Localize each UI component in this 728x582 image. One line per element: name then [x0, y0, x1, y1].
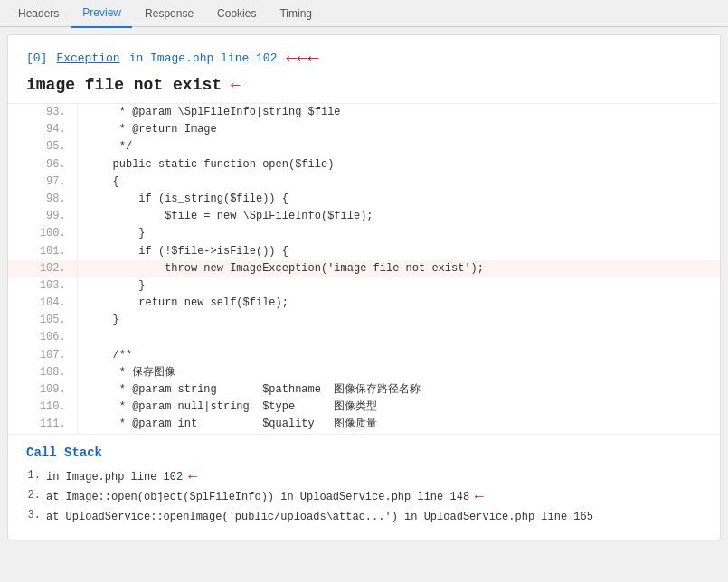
table-row: 102. throw new ImageException('image fil…	[8, 260, 720, 277]
line-number: 99.	[8, 208, 77, 225]
tab-headers[interactable]: Headers	[7, 0, 70, 27]
callstack-item-number: 1.	[26, 469, 41, 482]
callstack-item-text: in Image.php line 102	[46, 469, 183, 485]
line-code: * @param int $quality 图像质量	[77, 416, 720, 433]
tab-response[interactable]: Response	[134, 0, 204, 27]
table-row: 109. * @param string $pathname 图像保存路径名称	[8, 381, 720, 399]
exception-location: in Image.php line 102	[129, 52, 278, 65]
exception-message-text: image file not exist	[26, 76, 222, 94]
line-code: if (!$file->isFile()) {	[77, 243, 720, 260]
tab-timing[interactable]: Timing	[269, 0, 323, 27]
callstack-item-number: 2.	[26, 489, 41, 502]
line-code: }	[77, 312, 720, 329]
line-code: return new self($file);	[77, 295, 720, 312]
line-number: 105.	[8, 312, 77, 329]
line-code: /**	[77, 347, 720, 364]
line-code: }	[77, 225, 720, 242]
list-item: 3.at UploadService::openImage('public/up…	[26, 509, 702, 525]
table-row: 96. public static function open($file)	[8, 156, 720, 174]
line-number: 97.	[8, 174, 77, 191]
arrow-left-icon: ←	[231, 76, 241, 94]
table-row: 110. * @param null|string $type 图像类型	[8, 399, 720, 416]
line-number: 107.	[8, 347, 77, 364]
line-code	[77, 329, 720, 346]
table-row: 111. * @param int $quality 图像质量	[8, 416, 720, 433]
line-number: 109.	[8, 381, 77, 399]
list-item: 1.in Image.php line 102←	[26, 469, 702, 485]
line-code: public static function open($file)	[77, 156, 720, 174]
table-row: 108. * 保存图像	[8, 364, 720, 381]
callstack-title: Call Stack	[26, 446, 702, 460]
table-row: 106.	[8, 329, 720, 346]
line-code: */	[77, 138, 720, 155]
line-number: 108.	[8, 364, 77, 381]
callstack-section: Call Stack 1.in Image.php line 102←2.at …	[8, 435, 720, 540]
line-number: 106.	[8, 329, 77, 346]
line-number: 103.	[8, 277, 77, 295]
table-row: 97. {	[8, 174, 720, 191]
exception-type: Exception	[56, 52, 119, 65]
list-item: 2.at Image::open(object(SplFileInfo)) in…	[26, 489, 702, 505]
table-row: 95. */	[8, 138, 720, 155]
line-code: * @param null|string $type 图像类型	[77, 399, 720, 416]
line-number: 94.	[8, 121, 77, 138]
exception-title-line: [0] Exception in Image.php line 102 ←←←	[26, 48, 702, 69]
table-row: 107. /**	[8, 347, 720, 364]
line-number: 100.	[8, 225, 77, 242]
table-row: 93. * @param \SplFileInfo|string $file	[8, 104, 720, 121]
callstack-list: 1.in Image.php line 102←2.at Image::open…	[26, 469, 702, 525]
callstack-item-text: at UploadService::openImage('public/uplo…	[46, 509, 593, 525]
table-row: 101. if (!$file->isFile()) {	[8, 243, 720, 260]
arrow-icon: ←	[475, 489, 484, 505]
line-code: if (is_string($file)) {	[77, 191, 720, 208]
arrow-icon: ←	[188, 469, 197, 485]
main-panel: [0] Exception in Image.php line 102 ←←← …	[7, 34, 721, 540]
tab-bar: Headers Preview Response Cookies Timing	[0, 0, 728, 27]
line-number: 110.	[8, 399, 77, 416]
line-number: 101.	[8, 243, 77, 260]
line-code: * @param \SplFileInfo|string $file	[77, 104, 720, 121]
callstack-item-text: at Image::open(object(SplFileInfo)) in U…	[46, 489, 469, 505]
line-number: 111.	[8, 416, 77, 433]
table-row: 104. return new self($file);	[8, 295, 720, 312]
table-row: 105. }	[8, 312, 720, 329]
callstack-item-number: 3.	[26, 509, 41, 521]
line-number: 93.	[8, 104, 77, 121]
line-code: * 保存图像	[77, 364, 720, 381]
tab-preview[interactable]: Preview	[71, 0, 132, 28]
exception-index: [0]	[26, 52, 47, 65]
line-code: $file = new \SplFileInfo($file);	[77, 208, 720, 225]
table-row: 94. * @return Image	[8, 121, 720, 138]
tab-cookies[interactable]: Cookies	[206, 0, 267, 27]
code-table: 93. * @param \SplFileInfo|string $file94…	[8, 104, 720, 434]
exception-message: image file not exist ←	[26, 76, 702, 94]
line-code: }	[77, 277, 720, 295]
table-row: 99. $file = new \SplFileInfo($file);	[8, 208, 720, 225]
line-number: 104.	[8, 295, 77, 312]
line-code: throw new ImageException('image file not…	[77, 260, 720, 277]
line-number: 102.	[8, 260, 77, 277]
line-code: * @return Image	[77, 121, 720, 138]
table-row: 103. }	[8, 277, 720, 295]
line-number: 98.	[8, 191, 77, 208]
table-row: 100. }	[8, 225, 720, 242]
table-row: 98. if (is_string($file)) {	[8, 191, 720, 208]
code-section: 93. * @param \SplFileInfo|string $file94…	[8, 104, 720, 435]
line-code: {	[77, 174, 720, 191]
exception-section: [0] Exception in Image.php line 102 ←←← …	[8, 35, 720, 104]
line-code: * @param string $pathname 图像保存路径名称	[77, 381, 720, 399]
line-number: 96.	[8, 156, 77, 174]
arrow-right-icon: ←←←	[286, 48, 318, 69]
line-number: 95.	[8, 138, 77, 155]
